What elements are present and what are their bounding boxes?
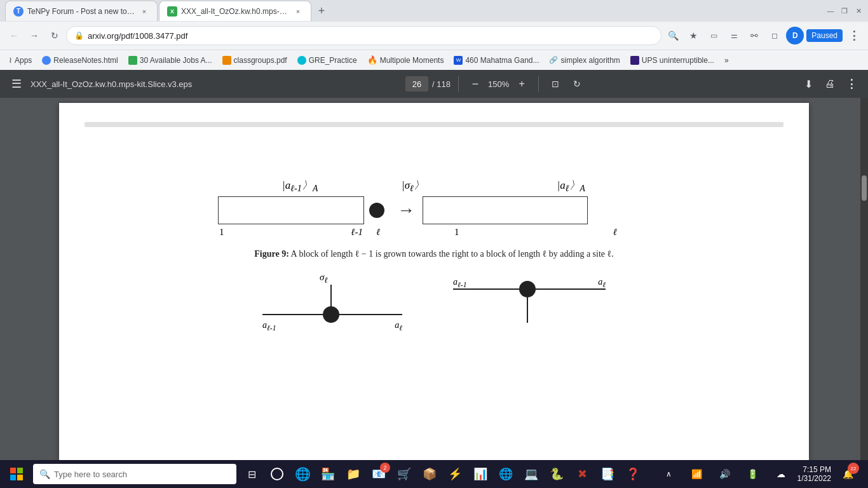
start-button[interactable] — [3, 460, 31, 488]
app-icon-2[interactable]: ✖ — [569, 461, 595, 487]
pdf-page-input[interactable] — [405, 76, 428, 92]
notification-count: 22 — [848, 463, 859, 474]
tray-battery[interactable]: 🔋 — [740, 461, 766, 487]
bookmark-classgroups[interactable]: classgroups.pdf — [219, 55, 291, 66]
tray-network[interactable]: 📶 — [684, 461, 710, 487]
zoom-out-button[interactable]: − — [466, 75, 484, 93]
pdf-print-button[interactable]: 🖨 — [821, 75, 839, 93]
pdf-menu-button[interactable]: ☰ — [8, 75, 25, 93]
right-box-numbers: 1 ℓ — [453, 227, 618, 238]
pdf-more-button[interactable]: ⋮ — [843, 75, 860, 93]
pdf-content-area: |aℓ-1〉A |σℓ〉 |aℓ〉A — [0, 98, 868, 460]
powerpoint-icon[interactable]: 📑 — [595, 461, 620, 487]
address-icons: 🔍 ★ ▭ ⚌ ⚯ ◻ D Paused ⋮ — [664, 27, 863, 44]
windows-logo-icon — [10, 468, 23, 480]
tray-chevron[interactable]: ∧ — [656, 461, 682, 487]
chrome-icon[interactable]: 🌐 — [493, 461, 519, 487]
dot-number: ℓ — [364, 227, 390, 238]
close-button[interactable]: ✕ — [854, 6, 863, 15]
site-dot — [369, 203, 384, 218]
pdf-download-button[interactable]: ⬇ — [799, 75, 817, 93]
office-icon[interactable]: 📊 — [468, 461, 493, 487]
separator-2 — [538, 76, 539, 92]
mail-icon[interactable]: 📧 2 — [366, 461, 391, 487]
bookmark-favicon-8 — [630, 56, 639, 65]
vscode-icon[interactable]: 💻 — [519, 461, 544, 487]
zoom-in-button[interactable]: + — [513, 75, 531, 93]
amazon-icon[interactable]: 🛒 — [391, 461, 417, 487]
bookmark-multipole[interactable]: 🔥 Multipole Moments — [363, 54, 448, 66]
help-icon[interactable]: ❓ — [620, 461, 646, 487]
title-bar: T TeNPy Forum - Post a new topic × X XXX… — [0, 0, 868, 22]
refresh-button[interactable]: ↻ — [46, 27, 64, 44]
bookmark-jobs[interactable]: 30 Available Jobs A... — [125, 55, 216, 66]
store-icon[interactable]: 🏪 — [315, 461, 341, 487]
bookmark-ups[interactable]: UPS uninterruptible... — [627, 55, 718, 66]
profile-button[interactable]: D — [786, 27, 804, 44]
address-bar: ← → ↻ 🔒 arxiv.org/pdf/1008.3477.pdf 🔍 ★ … — [0, 22, 868, 50]
scrollbar[interactable] — [860, 98, 868, 460]
tray-cloud[interactable]: ☁ — [768, 461, 794, 487]
pdf-right-controls: ⬇ 🖨 ⋮ — [799, 75, 860, 93]
python-icon[interactable]: 🐍 — [544, 461, 569, 487]
bookmark-icon[interactable]: ★ — [684, 27, 702, 44]
system-clock[interactable]: 7:15 PM 1/31/2022 — [797, 465, 831, 483]
tab-favicon-tenpy: T — [13, 6, 24, 17]
tab-tenpy[interactable]: T TeNPy Forum - Post a new topic × — [5, 1, 158, 21]
page-top-bar — [85, 122, 783, 127]
address-input[interactable]: 🔒 arxiv.org/pdf/1008.3477.pdf — [66, 26, 661, 45]
numbers-row: 1 ℓ-1 ℓ 1 ℓ — [218, 227, 650, 238]
tab-close-arxiv[interactable]: × — [293, 6, 303, 17]
fit-page-button[interactable]: ⊡ — [546, 75, 564, 93]
back-button[interactable]: ← — [5, 27, 23, 44]
paused-button[interactable]: Paused — [806, 29, 843, 42]
bookmark-favicon-5: 🔥 — [367, 55, 377, 65]
rotate-button[interactable]: ↻ — [568, 75, 586, 93]
search-icon: 🔍 — [39, 469, 50, 479]
system-tray: ∧ 📶 🔊 🔋 ☁ — [656, 461, 794, 487]
forward-button[interactable]: → — [25, 27, 43, 44]
search-icon[interactable]: 🔍 — [664, 27, 682, 44]
edge-icon[interactable]: 🌐 — [290, 461, 315, 487]
tab-close-tenpy[interactable]: × — [139, 6, 149, 17]
restore-button[interactable]: ❐ — [840, 6, 849, 15]
svg-rect-2 — [10, 475, 16, 480]
bookmark-more[interactable]: » — [721, 55, 733, 66]
minimize-button[interactable]: — — [826, 6, 835, 15]
file-explorer-icon[interactable]: 📁 — [341, 461, 366, 487]
task-view-button[interactable]: ⊟ — [239, 461, 264, 487]
extensions-icon[interactable]: ⚯ — [745, 27, 763, 44]
bookmark-favicon-6: W — [454, 56, 463, 65]
search-placeholder: Type here to search — [54, 470, 127, 479]
pdf-toolbar: ☰ XXX_all-It_OzOz.kw.h0.mps-kit.Slice.v3… — [0, 70, 868, 98]
cortana-button[interactable] — [264, 461, 290, 487]
svg-rect-0 — [10, 468, 16, 473]
bookmark-releasenotes[interactable]: ReleaseNotes.html — [38, 55, 121, 66]
bookmark-apps[interactable]: ≀ Apps — [5, 54, 36, 66]
app-icon-1[interactable]: ⚡ — [442, 461, 468, 487]
screenshare-icon[interactable]: ▭ — [705, 27, 722, 44]
puzzle-icon[interactable]: ⚌ — [725, 27, 743, 44]
bookmark-gre[interactable]: GRE_Practice — [294, 55, 361, 66]
bookmark-simplex[interactable]: 🔗 simplex algorithm — [545, 55, 623, 66]
scrollbar-thumb[interactable] — [862, 175, 867, 201]
taskbar-search[interactable]: 🔍 Type here to search — [33, 464, 236, 484]
lower-diagrams: σℓ aℓ-1 aℓ — [218, 272, 650, 342]
svg-rect-3 — [17, 475, 23, 480]
separator-1 — [458, 76, 459, 92]
horiz-line — [262, 314, 402, 315]
tab-search-icon[interactable]: ◻ — [766, 27, 783, 44]
bookmark-460[interactable]: W 460 Mahatma Gand... — [450, 55, 543, 66]
tab-arxiv[interactable]: X XXX_all-It_OzOz.kw.h0.mps-kit.Sl... × — [159, 1, 311, 21]
bookmark-favicon-2 — [128, 56, 137, 65]
menu-button[interactable]: ⋮ — [845, 27, 863, 44]
notification-button[interactable]: 🔔 22 — [835, 461, 860, 487]
apps-grid-icon: ≀ — [9, 55, 12, 65]
taskbar: 🔍 Type here to search ⊟ 🌐 🏪 📁 📧 2 🛒 📦 ⚡ … — [0, 460, 868, 488]
tray-volume[interactable]: 🔊 — [712, 461, 738, 487]
window-controls: — ❐ ✕ — [826, 6, 863, 15]
new-tab-button[interactable]: + — [313, 2, 330, 20]
pdf-page-total: / 118 — [432, 79, 451, 89]
dropbox-icon[interactable]: 📦 — [417, 461, 442, 487]
mail-badge: 2 — [380, 463, 390, 473]
